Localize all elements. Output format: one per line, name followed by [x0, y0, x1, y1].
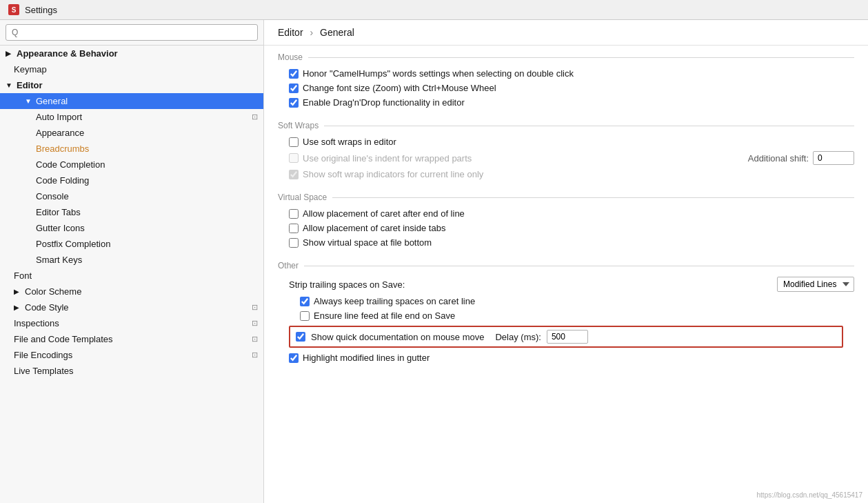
copy-icon-auto-import: ⊡: [252, 112, 258, 121]
sidebar-item-console[interactable]: Console: [0, 188, 263, 204]
nav-label-code-folding: Code Folding: [36, 175, 89, 186]
section-header-soft-wraps: Soft Wraps: [278, 121, 854, 130]
sidebar-item-editor[interactable]: ▼Editor: [0, 77, 263, 93]
additional-shift-input[interactable]: [813, 151, 854, 165]
section-header-virtual-space: Virtual Space: [278, 193, 854, 202]
option-highlight-modified: Highlight modified lines in gutter: [278, 351, 854, 365]
content-body: Mouse Honor "CamelHumps" words settings …: [264, 46, 868, 390]
checkbox-line-feed[interactable]: [300, 311, 310, 321]
strip-trailing-dropdown[interactable]: None All Modified Lines: [777, 277, 854, 292]
sidebar-item-code-completion[interactable]: Code Completion: [0, 157, 263, 172]
nav-tree: ▶Appearance & BehaviorKeymap▼Editor▼Gene…: [0, 46, 263, 379]
title-bar: S Settings: [0, 0, 868, 20]
checkbox-use-soft-wraps[interactable]: [289, 137, 299, 147]
sidebar-item-gutter-icons[interactable]: Gutter Icons: [0, 220, 263, 236]
copy-icon-inspections: ⊡: [252, 319, 258, 328]
nav-label-color-scheme: Color Scheme: [25, 286, 81, 297]
sidebar-item-code-folding[interactable]: Code Folding: [0, 172, 263, 188]
nav-label-file-code-templates: File and Code Templates: [14, 334, 113, 344]
section-header-other: Other: [278, 261, 854, 270]
sidebar-item-appearance[interactable]: Appearance: [0, 125, 263, 141]
nav-label-editor-tabs: Editor Tabs: [36, 207, 81, 217]
search-box: [0, 20, 263, 46]
nav-label-general: General: [36, 96, 68, 106]
nav-label-gutter-icons: Gutter Icons: [36, 223, 85, 233]
sidebar-item-font[interactable]: Font: [0, 268, 263, 284]
sidebar-item-keymap[interactable]: Keymap: [0, 61, 263, 77]
nav-label-editor: Editor: [17, 80, 43, 90]
sidebar-item-appearance-behavior[interactable]: ▶Appearance & Behavior: [0, 46, 263, 61]
strip-trailing-row: Strip trailing spaces on Save: None All …: [278, 275, 854, 294]
nav-label-code-completion: Code Completion: [36, 159, 105, 170]
checkbox-soft-wrap-indicators[interactable]: [289, 170, 299, 179]
option-soft-wrap-indicators: Show soft wrap indicators for current li…: [278, 167, 854, 181]
arrow-icon-color-scheme: ▶: [14, 288, 22, 295]
arrow-icon-appearance-behavior: ▶: [6, 50, 14, 57]
arrow-icon-general: ▼: [25, 97, 33, 105]
option-keep-trailing: Always keep trailing spaces on caret lin…: [278, 294, 854, 308]
nav-label-file-encodings: File Encodings: [14, 350, 72, 360]
sidebar-item-smart-keys[interactable]: Smart Keys: [0, 252, 263, 268]
nav-label-code-style: Code Style: [25, 302, 69, 313]
option-ctrl-zoom: Change font size (Zoom) with Ctrl+Mouse …: [278, 81, 854, 95]
content-area: Editor › General Mouse Honor "CamelHumps…: [264, 20, 868, 503]
option-caret-tabs: Allow placement of caret inside tabs: [278, 221, 854, 235]
section-header-mouse: Mouse: [278, 52, 854, 62]
sidebar-item-file-code-templates[interactable]: File and Code Templates⊡: [0, 331, 263, 347]
search-input[interactable]: [6, 24, 258, 41]
sidebar-item-auto-import[interactable]: Auto Import⊡: [0, 109, 263, 125]
sidebar-item-breadcrumbs[interactable]: Breadcrumbs: [0, 141, 263, 157]
title-bar-text: Settings: [25, 5, 57, 15]
option-use-soft-wraps: Use soft wraps in editor: [278, 135, 854, 149]
nav-label-appearance-behavior: Appearance & Behavior: [17, 48, 118, 59]
option-camel-humps: Honor "CamelHumps" words settings when s…: [278, 66, 854, 81]
sidebar-item-color-scheme[interactable]: ▶Color Scheme: [0, 284, 263, 299]
nav-label-console: Console: [36, 191, 69, 201]
breadcrumb: Editor › General: [264, 20, 868, 46]
checkbox-camel-humps[interactable]: [289, 69, 299, 79]
option-original-indent: Use original line's indent for wrapped p…: [278, 149, 854, 167]
checkbox-caret-end[interactable]: [289, 209, 299, 219]
nav-label-appearance: Appearance: [36, 128, 84, 138]
nav-label-keymap: Keymap: [14, 64, 47, 75]
section-soft-wraps: Soft Wraps Use soft wraps in editor Use …: [278, 121, 854, 181]
checkbox-ctrl-zoom[interactable]: [289, 83, 299, 93]
copy-icon-code-style: ⊡: [252, 303, 258, 312]
checkbox-drag-drop[interactable]: [289, 98, 299, 108]
sidebar-item-live-templates[interactable]: Live Templates: [0, 363, 263, 379]
sidebar: ▶Appearance & BehaviorKeymap▼Editor▼Gene…: [0, 20, 264, 503]
nav-label-live-templates: Live Templates: [14, 366, 73, 376]
delay-input[interactable]: [547, 330, 588, 344]
copy-icon-file-encodings: ⊡: [252, 351, 258, 359]
option-caret-end: Allow placement of caret after end of li…: [278, 206, 854, 221]
arrow-icon-code-style: ▶: [14, 304, 22, 311]
nav-label-smart-keys: Smart Keys: [36, 255, 82, 265]
sidebar-item-inspections[interactable]: Inspections⊡: [0, 315, 263, 331]
main-layout: ▶Appearance & BehaviorKeymap▼Editor▼Gene…: [0, 20, 868, 503]
highlighted-quick-doc-row: Show quick documentation on mouse move D…: [289, 326, 843, 348]
nav-label-breadcrumbs: Breadcrumbs: [36, 144, 89, 154]
copy-icon-file-code-templates: ⊡: [252, 335, 258, 344]
sidebar-item-file-encodings[interactable]: File Encodings⊡: [0, 347, 263, 363]
checkbox-highlight-modified[interactable]: [289, 353, 299, 363]
arrow-icon-editor: ▼: [6, 81, 14, 89]
checkbox-virtual-space-bottom[interactable]: [289, 238, 299, 248]
checkbox-caret-tabs[interactable]: [289, 224, 299, 233]
section-other: Other Strip trailing spaces on Save: Non…: [278, 261, 854, 365]
nav-label-auto-import: Auto Import: [36, 112, 82, 122]
option-virtual-space-bottom: Show virtual space at file bottom: [278, 235, 854, 250]
checkbox-quick-doc[interactable]: [296, 332, 305, 342]
nav-label-postfix-completion: Postfix Completion: [36, 239, 110, 249]
sidebar-item-general[interactable]: ▼General: [0, 93, 263, 109]
app-icon: S: [8, 4, 19, 15]
watermark: https://blog.csdn.net/qq_45615417: [757, 491, 862, 499]
checkbox-keep-trailing[interactable]: [300, 297, 310, 306]
sidebar-item-code-style[interactable]: ▶Code Style⊡: [0, 299, 263, 315]
option-line-feed: Ensure line feed at file end on Save: [278, 308, 854, 323]
section-mouse: Mouse Honor "CamelHumps" words settings …: [278, 52, 854, 110]
checkbox-original-indent[interactable]: [289, 153, 299, 163]
sidebar-item-postfix-completion[interactable]: Postfix Completion: [0, 236, 263, 252]
sidebar-item-editor-tabs[interactable]: Editor Tabs: [0, 204, 263, 220]
section-virtual-space: Virtual Space Allow placement of caret a…: [278, 193, 854, 250]
nav-label-font: Font: [14, 270, 32, 281]
